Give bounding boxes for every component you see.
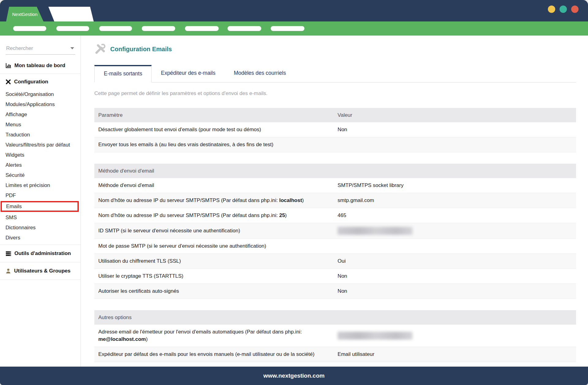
sidebar-item-dashboard[interactable]: Mon tableau de bord [0, 59, 81, 72]
param-label: Envoyer tous les emails à (au lieu des v… [94, 137, 337, 152]
sidebar-section-label: Configuration [14, 79, 48, 85]
config-row: Utiliser le cryptage TTS (STARTTLS)Non [94, 269, 576, 284]
tab-bar: E-mails sortantsExpéditeur des e-mailsMo… [94, 65, 576, 82]
table-header: ParamètreValeur [94, 108, 576, 122]
blurred-tab[interactable] [48, 7, 94, 21]
param-value: Email utilisateur [337, 347, 576, 362]
traffic-light-yellow[interactable] [548, 6, 555, 13]
param-value: Oui [337, 254, 576, 269]
param-label: Méthode d'envoi d'email [94, 178, 337, 193]
param-value: Non [337, 284, 576, 299]
page-description: Cette page permet de définir les paramèt… [94, 90, 576, 97]
param-value [337, 328, 576, 343]
param-value [337, 141, 576, 148]
param-label: Autoriser les certificats auto-signés [94, 284, 337, 299]
sidebar: Mon tableau de bord Configuration Sociét… [0, 36, 81, 367]
redacted-value [337, 227, 413, 235]
nav-item-blurred[interactable] [99, 26, 132, 31]
sidebar-item-valeurs-filtres-tris-par-defaut[interactable]: Valeurs/filtres/tris par défaut [0, 140, 81, 150]
param-label: ID SMTP (si le serveur d'envoi nécessite… [94, 223, 337, 238]
traffic-lights [548, 6, 579, 13]
param-label: Nom d'hôte ou adresse IP du serveur SMTP… [94, 193, 337, 208]
search-input[interactable] [6, 45, 70, 52]
sidebar-item-societe-organisation[interactable]: Société/Organisation [0, 89, 81, 99]
sidebar-item-emails[interactable]: Emails [1, 201, 79, 212]
sidebar-item-widgets[interactable]: Widgets [0, 150, 81, 160]
sidebar-item-label: Mon tableau de bord [14, 63, 65, 69]
nav-item-blurred[interactable] [56, 26, 89, 31]
config-row: Nom d'hôte ou adresse IP du serveur SMTP… [94, 208, 576, 223]
settings-table: Méthode d'envoi d'emailMéthode d'envoi d… [94, 164, 576, 299]
sidebar-divider [0, 74, 81, 74]
main-navbar [0, 21, 588, 36]
sidebar-section-label: Utilisateurs & Groupes [14, 268, 70, 274]
sidebar-section-configuration[interactable]: Configuration [0, 76, 81, 88]
table-rows: Désactiver globalement tout envoi d'emai… [94, 122, 576, 152]
table-rows: Méthode d'envoi d'emailSMTP/SMTPS socket… [94, 178, 576, 299]
nav-item-blurred[interactable] [13, 26, 46, 31]
user-icon [6, 268, 11, 274]
tab-modeles-des-courriels[interactable]: Modèles des courriels [224, 65, 295, 82]
table-header-param: Autres options [94, 314, 337, 321]
param-value: 465 [337, 208, 576, 223]
redacted-value [337, 332, 413, 340]
nav-item-blurred[interactable] [271, 26, 304, 31]
settings-table: Autres optionsAdresse email de l'émetteu… [94, 310, 576, 367]
sidebar-item-divers[interactable]: Divers [0, 233, 81, 243]
main-content: Configuration Emails E-mails sortantsExp… [81, 36, 588, 367]
nav-item-blurred[interactable] [142, 26, 175, 31]
sidebar-item-limites-et-precision[interactable]: Limites et précision [0, 180, 81, 190]
server-icon [6, 251, 11, 256]
page-header: Configuration Emails [94, 42, 576, 56]
app-window: NextGestion Mon tableau de b [0, 0, 588, 385]
sidebar-item-alertes[interactable]: Alertes [0, 160, 81, 170]
sidebar-section-users-groups[interactable]: Utilisateurs & Groupes [0, 264, 81, 278]
brand-label: NextGestion [12, 12, 38, 17]
sidebar-divider [0, 262, 81, 262]
sidebar-item-traduction[interactable]: Traduction [0, 130, 81, 140]
config-row: Adresse email de l'émetteur pour l'envoi… [94, 325, 576, 347]
page-title: Configuration Emails [110, 46, 172, 53]
sidebar-divider [0, 280, 81, 280]
table-header-param: Paramètre [94, 112, 337, 118]
param-label: Désactiver globalement tout envoi d'emai… [94, 122, 337, 137]
param-label: Utiliser le cryptage TTS (STARTTLS) [94, 269, 337, 284]
config-row: Désactiver globalement tout envoi d'emai… [94, 122, 576, 137]
config-row: Envoyer tous les emails à (au lieu des v… [94, 137, 576, 152]
config-row: ID SMTP (si le serveur d'envoi nécessite… [94, 223, 576, 239]
config-row: Autoriser les certificats auto-signésNon [94, 284, 576, 299]
tab-e-mails-sortants[interactable]: E-mails sortants [94, 65, 152, 82]
settings-tables: ParamètreValeurDésactiver globalement to… [94, 108, 576, 367]
brand-tab[interactable]: NextGestion [6, 7, 43, 21]
sidebar-item-sms[interactable]: SMS [0, 212, 81, 223]
footer-url: www.nextgestion.com [263, 372, 325, 379]
tab-expediteur-des-e-mails[interactable]: Expéditeur des e-mails [152, 65, 224, 82]
sidebar-item-dictionnaires[interactable]: Dictionnaires [0, 223, 81, 233]
param-label: Expéditeur par défaut des e-mails pour l… [94, 347, 337, 362]
bar-chart-icon [6, 63, 11, 68]
param-value: smtp.gmail.com [337, 193, 576, 208]
sidebar-item-pdf[interactable]: PDF [0, 190, 81, 200]
param-label: E-mail utilisé pour les retours d'erreur… [94, 362, 337, 367]
param-value: Non [337, 269, 576, 284]
param-label: Nom d'hôte ou adresse IP du serveur SMTP… [94, 208, 337, 223]
sidebar-search [6, 42, 75, 55]
chevron-down-icon[interactable] [70, 47, 74, 49]
sidebar-section-admin-tools[interactable]: Outils d'administration [0, 247, 81, 260]
sidebar-item-menus[interactable]: Menus [0, 120, 81, 130]
nav-item-blurred[interactable] [185, 26, 219, 31]
table-header-param: Méthode d'envoi d'email [94, 168, 337, 174]
window-titlebar: NextGestion [0, 0, 588, 21]
config-row: Mot de passe SMTP (si le serveur d'envoi… [94, 239, 576, 254]
nav-item-blurred[interactable] [228, 26, 261, 31]
sidebar-item-securite[interactable]: Sécurité [0, 170, 81, 180]
sidebar-item-affichage[interactable]: Affichage [0, 109, 81, 120]
table-rows: Adresse email de l'émetteur pour l'envoi… [94, 325, 576, 367]
settings-table: ParamètreValeurDésactiver globalement to… [94, 108, 576, 152]
param-label: Adresse email de l'émetteur pour l'envoi… [94, 325, 337, 347]
sidebar-item-modules-applications[interactable]: Modules/Applications [0, 99, 81, 109]
table-header: Méthode d'envoi d'email [94, 164, 576, 178]
traffic-light-red[interactable] [571, 6, 579, 13]
param-value: SMTP/SMTPS socket library [337, 178, 576, 193]
traffic-light-teal[interactable] [560, 6, 567, 13]
